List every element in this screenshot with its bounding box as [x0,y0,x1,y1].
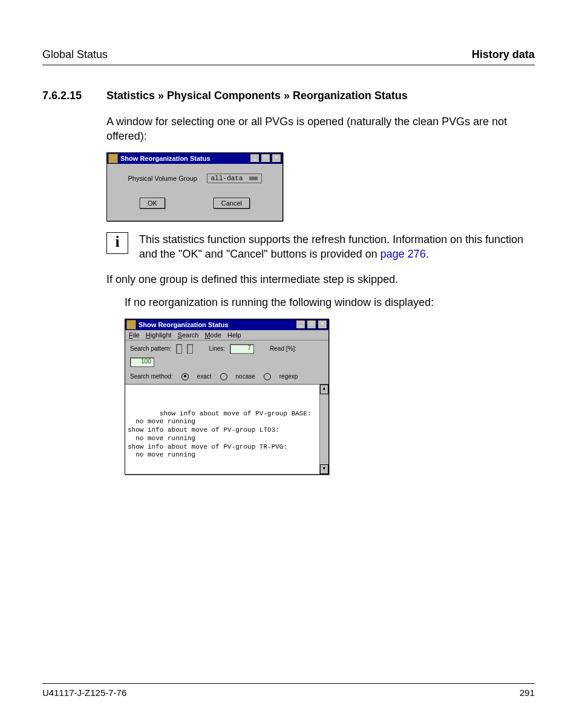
cancel-button[interactable]: Cancel [214,198,250,209]
search-next-button[interactable] [187,344,193,354]
dialog-select-pvg: Show Reorganization Status _ □ × Physica… [106,152,283,221]
chevron-down-icon [249,177,258,180]
page-number: 291 [520,687,535,698]
page-link[interactable]: page 276 [380,248,426,260]
ok-button[interactable]: OK [140,198,165,209]
close-icon[interactable]: × [318,320,327,329]
lines-label: Lines: [209,345,225,352]
titlebar: Show Reorganization Status _ □ × [125,319,328,330]
scroll-up-icon[interactable]: ▲ [320,385,328,394]
radio-exact[interactable] [181,373,189,380]
maximize-icon[interactable]: □ [261,154,270,163]
header-left: Global Status [42,48,108,61]
paragraph: If only one group is defined this interm… [106,272,535,287]
radio-nocase-label: nocase [236,373,255,380]
window-title: Show Reorganization Status [139,321,295,328]
lines-input[interactable]: 7 [230,344,254,354]
note-text-a: This statistics function supports the re… [139,233,523,260]
maximize-icon[interactable]: □ [307,320,316,329]
search-method-label: Search method: [130,373,173,380]
note-text: This statistics function supports the re… [139,232,535,262]
search-pattern-label: Search pattern: [130,345,171,352]
app-icon [108,154,118,163]
radio-exact-label: exact [197,373,212,380]
minimize-icon[interactable]: _ [296,320,305,329]
scroll-down-icon[interactable]: ▼ [320,464,328,474]
paragraph: If no reorganization is running the foll… [125,295,535,310]
menu-help[interactable]: Help [227,331,241,339]
close-icon[interactable]: × [272,154,281,163]
output-pane: show info about move of PV-group BASE: n… [125,384,328,474]
read-label: Read [%]: [270,345,296,352]
search-toolbar: Search pattern: Lines: 7 Read [%]: 100 S… [125,340,328,384]
dropdown-value: all-data [211,175,243,182]
radio-regexp[interactable] [264,373,271,380]
pvg-dropdown[interactable]: all-data [207,174,262,183]
paragraph: A window for selecting one or all PVGs i… [106,114,535,144]
output-text: show info about move of PV-group BASE: n… [128,410,311,459]
app-icon [126,320,136,330]
read-percent-input[interactable]: 100 [130,357,154,367]
menubar: File Highlight Search Mode Help [125,330,328,340]
menu-mode[interactable]: Mode [204,331,221,339]
page-footer: U41117-J-Z125-7-76 291 [42,683,535,698]
section-title: Statistics » Physical Components » Reorg… [106,89,408,102]
dialog-reorg-output: Show Reorganization Status _ □ × File Hi… [125,319,329,475]
menu-highlight[interactable]: Highlight [146,331,172,339]
radio-regexp-label: regexp [279,373,298,380]
titlebar: Show Reorganization Status _ □ × [107,153,282,164]
doc-id: U41117-J-Z125-7-76 [42,687,126,698]
section-heading: 7.6.2.15 Statistics » Physical Component… [42,89,535,102]
radio-nocase[interactable] [220,373,227,380]
menu-search[interactable]: Search [178,331,199,339]
menu-file[interactable]: File [129,331,140,339]
info-note: i This statistics function supports the … [106,232,535,262]
section-number: 7.6.2.15 [42,89,106,102]
minimize-icon[interactable]: _ [250,154,259,163]
scrollbar[interactable]: ▲ ▼ [319,385,328,474]
window-title: Show Reorganization Status [120,155,249,162]
note-text-b: . [426,248,429,260]
info-icon: i [106,232,128,254]
running-header: Global Status History data [42,48,535,65]
field-label: Physical Volume Group [128,175,197,182]
search-prev-button[interactable] [176,344,182,354]
header-right: History data [472,48,535,61]
